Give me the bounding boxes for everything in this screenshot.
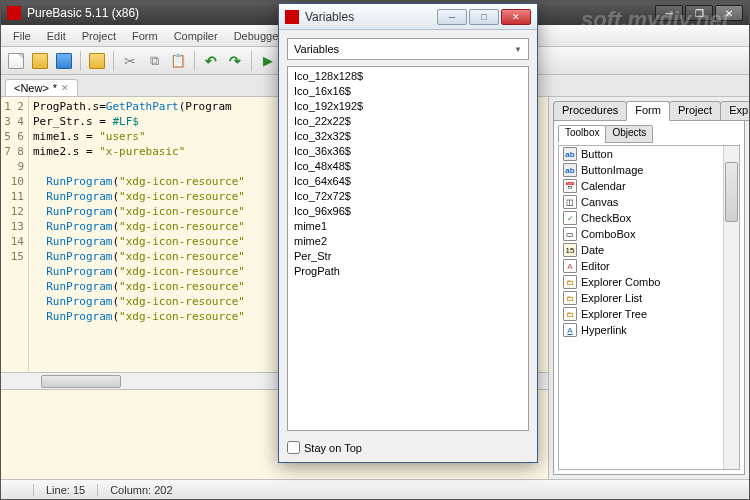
- date-icon: 15: [563, 243, 577, 257]
- hyper-icon: A: [563, 323, 577, 337]
- toolbox-list[interactable]: abButtonabButtonImage📅Calendar◫Canvas✓Ch…: [558, 145, 740, 470]
- variable-item[interactable]: Ico_48x48$: [292, 159, 524, 174]
- combo-value: Variables: [294, 43, 339, 55]
- variable-item[interactable]: Ico_32x32$: [292, 129, 524, 144]
- toolbox-item[interactable]: abButton: [559, 146, 739, 162]
- variables-dialog[interactable]: Variables ─ □ ✕ Variables Ico_128x128$Ic…: [278, 3, 538, 463]
- dialog-close-button[interactable]: ✕: [501, 9, 531, 25]
- variable-item[interactable]: Ico_96x96$: [292, 204, 524, 219]
- dialog-minimize-button[interactable]: ─: [437, 9, 467, 25]
- maximize-button[interactable]: ❐: [685, 5, 713, 21]
- close-file-button[interactable]: [86, 50, 108, 72]
- new-file-button[interactable]: [5, 50, 27, 72]
- statusbar: Line: 15 Column: 202: [1, 479, 749, 499]
- variable-item[interactable]: Ico_36x36$: [292, 144, 524, 159]
- editor-icon: A: [563, 259, 577, 273]
- compile-run-button[interactable]: ▶: [257, 50, 279, 72]
- toolbox-item-label: Date: [581, 244, 604, 256]
- copy-button[interactable]: ⧉: [143, 50, 165, 72]
- toolbox-item[interactable]: 🗀Explorer Combo: [559, 274, 739, 290]
- variables-list[interactable]: Ico_128x128$Ico_16x16$Ico_192x192$Ico_22…: [287, 66, 529, 431]
- minimize-button[interactable]: ─: [655, 5, 683, 21]
- new-file-icon: [8, 53, 24, 69]
- variable-item[interactable]: Ico_128x128$: [292, 69, 524, 84]
- side-tab-project[interactable]: Project: [669, 101, 721, 121]
- close-button[interactable]: ✕: [715, 5, 743, 21]
- button-icon: ab: [563, 147, 577, 161]
- redo-button[interactable]: ↷: [224, 50, 246, 72]
- open-folder-icon: [32, 53, 48, 69]
- menu-form[interactable]: Form: [124, 28, 166, 44]
- undo-button[interactable]: ↶: [200, 50, 222, 72]
- check-icon: ✓: [563, 211, 577, 225]
- toolbar-separator: [80, 51, 81, 71]
- toolbox-item[interactable]: AEditor: [559, 258, 739, 274]
- vertical-scrollbar[interactable]: [723, 146, 739, 469]
- variable-item[interactable]: Ico_64x64$: [292, 174, 524, 189]
- open-file-button[interactable]: [29, 50, 51, 72]
- toolbox-item-label: Editor: [581, 260, 610, 272]
- line-gutter: 1 2 3 4 5 6 7 8 9 10 11 12 13 14 15: [1, 97, 29, 372]
- side-tab-procedures[interactable]: Procedures: [553, 101, 627, 121]
- toolbox-item[interactable]: 📅Calendar: [559, 178, 739, 194]
- subtab-toolbox[interactable]: Toolbox: [558, 125, 606, 143]
- toolbox-item[interactable]: ▭ComboBox: [559, 226, 739, 242]
- cut-button[interactable]: ✂: [119, 50, 141, 72]
- toolbox-item-label: CheckBox: [581, 212, 631, 224]
- dialog-maximize-button[interactable]: □: [469, 9, 499, 25]
- menu-project[interactable]: Project: [74, 28, 124, 44]
- variable-item[interactable]: Per_Str: [292, 249, 524, 264]
- toolbox-item[interactable]: 🗀Explorer List: [559, 290, 739, 306]
- variable-item[interactable]: Ico_16x16$: [292, 84, 524, 99]
- toolbox-item-label: Button: [581, 148, 613, 160]
- status-line-cell: Line: 15: [33, 484, 97, 496]
- toolbox-item[interactable]: AHyperlink: [559, 322, 739, 338]
- subtab-objects[interactable]: Objects: [605, 125, 653, 143]
- scrollbar-thumb[interactable]: [725, 162, 738, 222]
- variable-scope-combo[interactable]: Variables: [287, 38, 529, 60]
- variable-item[interactable]: Ico_72x72$: [292, 189, 524, 204]
- copy-icon: ⧉: [150, 53, 159, 69]
- status-line-label: Line:: [46, 484, 70, 496]
- dialog-titlebar[interactable]: Variables ─ □ ✕: [279, 4, 537, 30]
- save-disk-icon: [56, 53, 72, 69]
- combo-icon: ▭: [563, 227, 577, 241]
- scrollbar-thumb[interactable]: [41, 375, 121, 388]
- toolbox-item[interactable]: 15Date: [559, 242, 739, 258]
- status-column-label: Column:: [110, 484, 151, 496]
- tab-close-icon[interactable]: ✕: [61, 83, 69, 93]
- side-subtabs: ToolboxObjects: [558, 125, 740, 143]
- status-line-value: 15: [73, 484, 85, 496]
- toolbox-item[interactable]: ◫Canvas: [559, 194, 739, 210]
- toolbox-item[interactable]: 🗀Explorer Tree: [559, 306, 739, 322]
- variable-item[interactable]: ProgPath: [292, 264, 524, 279]
- variable-item[interactable]: Ico_192x192$: [292, 99, 524, 114]
- paste-button[interactable]: 📋: [167, 50, 189, 72]
- save-file-button[interactable]: [53, 50, 75, 72]
- folder-icon: [89, 53, 105, 69]
- stay-on-top-checkbox[interactable]: [287, 441, 300, 454]
- document-tab-label: <New>: [14, 82, 49, 94]
- undo-icon: ↶: [205, 53, 217, 69]
- exp-icon: 🗀: [563, 291, 577, 305]
- side-tab-explorer[interactable]: Explorer: [720, 101, 749, 121]
- variable-item[interactable]: Ico_22x22$: [292, 114, 524, 129]
- variable-item[interactable]: mime1: [292, 219, 524, 234]
- variable-item[interactable]: mime2: [292, 234, 524, 249]
- menu-edit[interactable]: Edit: [39, 28, 74, 44]
- toolbox-item-label: ComboBox: [581, 228, 635, 240]
- toolbox-item[interactable]: ✓CheckBox: [559, 210, 739, 226]
- exp-icon: 🗀: [563, 307, 577, 321]
- side-tabs: ProceduresFormProjectExplorer: [553, 101, 745, 121]
- side-tab-form[interactable]: Form: [626, 101, 670, 121]
- toolbox-item-label: ButtonImage: [581, 164, 643, 176]
- toolbox-item[interactable]: abButtonImage: [559, 162, 739, 178]
- menu-compiler[interactable]: Compiler: [166, 28, 226, 44]
- toolbar-separator: [251, 51, 252, 71]
- document-dirty-marker: *: [53, 82, 57, 94]
- toolbar-separator: [194, 51, 195, 71]
- document-tab[interactable]: <New>* ✕: [5, 79, 78, 96]
- status-column-cell: Column: 202: [97, 484, 184, 496]
- canvas-icon: ◫: [563, 195, 577, 209]
- menu-file[interactable]: File: [5, 28, 39, 44]
